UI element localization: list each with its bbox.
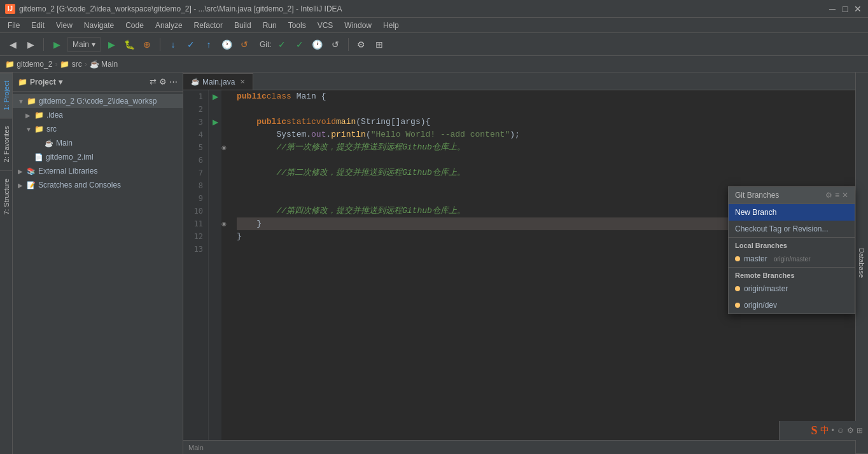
close-button[interactable]: ✕ bbox=[853, 4, 863, 14]
menu-help[interactable]: Help bbox=[378, 20, 404, 31]
popup-new-branch[interactable]: New Branch bbox=[729, 204, 855, 221]
code-line-2 bbox=[237, 103, 850, 116]
run-with-coverage-button[interactable]: ⊕ bbox=[139, 37, 155, 52]
menu-edit[interactable]: Edit bbox=[26, 20, 50, 31]
breadcrumb-project[interactable]: 📁 gitdemo_2 bbox=[5, 60, 52, 69]
minimize-button[interactable]: ─ bbox=[827, 4, 837, 14]
code-line-6 bbox=[237, 154, 850, 167]
main-label: Main bbox=[56, 139, 73, 148]
settings-button[interactable]: ⚙ bbox=[354, 37, 369, 52]
gutter-empty-10 bbox=[209, 205, 221, 217]
ln-13: 13 bbox=[188, 243, 203, 256]
tree-item-iml[interactable]: ▶ 📄 gitdemo_2.iml bbox=[13, 150, 183, 164]
git-history-button[interactable]: 🕐 bbox=[219, 37, 234, 52]
left-tab-favorites[interactable]: 2: Favorites bbox=[0, 118, 12, 170]
breadcrumb-src[interactable]: 📁 src bbox=[60, 60, 81, 69]
tree-item-scratches[interactable]: ▶ 📝 Scratches and Consoles bbox=[13, 178, 183, 192]
branch-selector[interactable]: Main ▾ bbox=[67, 37, 101, 52]
forward-button[interactable]: ▶ bbox=[23, 37, 38, 52]
popup-close-icon[interactable]: ✕ bbox=[842, 191, 848, 200]
folder-icon: 📁 bbox=[18, 78, 27, 86]
line-numbers: 1 2 3 4 5 6 7 8 9 10 11 12 13 bbox=[183, 90, 209, 440]
editor-tab-main[interactable]: ☕ Main.java ✕ bbox=[183, 73, 253, 90]
sogou-settings-icon[interactable]: ⚙ bbox=[847, 426, 854, 435]
ext-libs-icon: 📚 bbox=[27, 167, 36, 175]
panel-settings-icon[interactable]: ⋯ bbox=[169, 77, 178, 86]
menu-file[interactable]: File bbox=[3, 20, 25, 31]
grid-button[interactable]: ⊞ bbox=[372, 37, 387, 52]
menu-view[interactable]: View bbox=[51, 20, 78, 31]
project-dropdown-icon[interactable]: ▾ bbox=[59, 78, 62, 86]
code-line-4: System.out.println("Hello World! --add c… bbox=[237, 128, 850, 141]
git-tick-button[interactable]: ✓ bbox=[292, 37, 307, 52]
ln-12: 12 bbox=[188, 230, 203, 243]
tree-item-idea[interactable]: ▶ 📁 .idea bbox=[13, 108, 183, 122]
git-update-button[interactable]: ↓ bbox=[165, 37, 181, 52]
git-check-button[interactable]: ✓ bbox=[274, 37, 290, 52]
window-title: gitdemo_2 [G:\code_2\idea_workspace\gitd… bbox=[19, 4, 342, 13]
git-push-button[interactable]: ↑ bbox=[201, 37, 216, 52]
sync-icon[interactable]: ⇄ bbox=[150, 77, 157, 86]
popup-settings-icon[interactable]: ⚙ bbox=[825, 191, 832, 200]
tree-item-main[interactable]: ▶ ☕ Main bbox=[13, 136, 183, 150]
arrow-ext-libs: ▶ bbox=[18, 168, 24, 175]
menu-window[interactable]: Window bbox=[339, 20, 377, 31]
breadcrumb: 📁 gitdemo_2 › 📁 src › ☕ Main bbox=[0, 56, 868, 72]
new-branch-label: New Branch bbox=[735, 208, 776, 217]
popup-branch-origin-master[interactable]: origin/master bbox=[729, 280, 855, 297]
run-gutter-3[interactable]: ▶ bbox=[209, 116, 221, 128]
git-revert-button[interactable]: ↺ bbox=[237, 37, 252, 52]
fold-10 bbox=[221, 205, 232, 217]
run-config-button[interactable]: ▶ bbox=[49, 37, 64, 52]
sogou-smiley-icon: ☺ bbox=[837, 426, 844, 435]
popup-branch-origin-dev[interactable]: origin/dev bbox=[729, 297, 855, 313]
checkout-tag-label: Checkout Tag or Revision... bbox=[735, 224, 829, 233]
breadcrumb-sep-1: › bbox=[55, 60, 57, 69]
debug-button[interactable]: 🐛 bbox=[122, 37, 137, 52]
root-folder-icon: 📁 bbox=[27, 97, 36, 106]
git-rollback-button[interactable]: ↺ bbox=[328, 37, 343, 52]
arrow-scratches: ▶ bbox=[18, 182, 24, 189]
tab-close-button[interactable]: ✕ bbox=[240, 78, 245, 85]
sogou-dot-icon: • bbox=[832, 426, 834, 435]
menu-navigate[interactable]: Navigate bbox=[79, 20, 119, 31]
right-tab-database[interactable]: Database bbox=[856, 72, 867, 454]
left-tab-structure[interactable]: 7: Structure bbox=[0, 170, 12, 223]
idea-label: .idea bbox=[46, 111, 63, 120]
menu-vcs[interactable]: VCS bbox=[312, 20, 339, 31]
fold-3 bbox=[221, 116, 232, 128]
menu-refactor[interactable]: Refactor bbox=[189, 20, 228, 31]
iml-file-icon: 📄 bbox=[34, 153, 43, 162]
menu-code[interactable]: Code bbox=[120, 20, 149, 31]
menu-build[interactable]: Build bbox=[229, 20, 256, 31]
menu-run[interactable]: Run bbox=[258, 20, 282, 31]
title-bar: IJ gitdemo_2 [G:\code_2\idea_workspace\g… bbox=[0, 0, 868, 18]
src-label: src bbox=[46, 125, 57, 134]
popup-list-icon[interactable]: ≡ bbox=[835, 191, 839, 200]
popup-checkout-tag[interactable]: Checkout Tag or Revision... bbox=[729, 221, 855, 237]
settings-icon[interactable]: ⚙ bbox=[159, 77, 167, 86]
git-clock-button[interactable]: 🕐 bbox=[310, 37, 325, 52]
menu-analyze[interactable]: Analyze bbox=[150, 20, 188, 31]
expand-arrow-root: ▼ bbox=[18, 98, 24, 105]
tree-item-root[interactable]: ▼ 📁 gitdemo_2 G:\code_2\idea_worksp bbox=[13, 94, 183, 108]
run-button[interactable]: ▶ bbox=[104, 37, 119, 52]
master-sub-label: origin/master bbox=[774, 256, 811, 263]
back-button[interactable]: ◀ bbox=[5, 37, 20, 52]
breadcrumb-main[interactable]: ☕ Main bbox=[90, 60, 118, 69]
tree-item-src[interactable]: ▼ 📁 src bbox=[13, 122, 183, 136]
toolbar-sep-2 bbox=[160, 38, 160, 51]
git-commit-button[interactable]: ✓ bbox=[183, 37, 199, 52]
fold-2 bbox=[221, 103, 232, 116]
fold-gutter: ◉ ◉ bbox=[221, 90, 232, 440]
gutter-empty-4 bbox=[209, 128, 221, 141]
popup-branch-master[interactable]: master origin/master bbox=[729, 251, 855, 267]
gutter-fold-11 bbox=[209, 217, 221, 230]
maximize-button[interactable]: □ bbox=[840, 4, 850, 14]
tree-item-ext-libs[interactable]: ▶ 📚 External Libraries bbox=[13, 164, 183, 178]
left-tab-project[interactable]: 1: Project bbox=[0, 72, 12, 118]
menu-tools[interactable]: Tools bbox=[283, 20, 311, 31]
ln-10: 10 bbox=[188, 205, 203, 217]
idea-folder-icon: 📁 bbox=[34, 111, 44, 120]
run-gutter-1[interactable]: ▶ bbox=[209, 90, 221, 103]
